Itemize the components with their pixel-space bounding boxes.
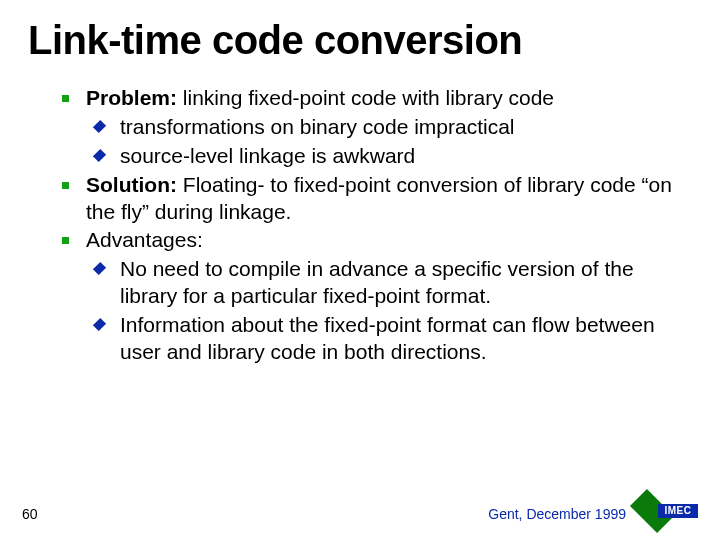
slide-body: Problem: linking fixed-point code with l… xyxy=(28,85,692,366)
subbullet-text: source-level linkage is awkward xyxy=(120,144,415,167)
slide-footer: 60 Gent, December 1999 IMEC xyxy=(0,498,720,522)
imec-logo: IMEC xyxy=(640,496,698,526)
diamond-bullet-icon xyxy=(93,262,106,275)
subbullet-info-flow: Information about the fixed-point format… xyxy=(28,312,692,366)
page-number: 60 xyxy=(22,506,38,522)
subbullet-transformations: transformations on binary code impractic… xyxy=(28,114,692,141)
square-bullet-icon xyxy=(62,95,69,102)
subbullet-no-compile: No need to compile in advance a specific… xyxy=(28,256,692,310)
subbullet-source-level: source-level linkage is awkward xyxy=(28,143,692,170)
subbullet-text: transformations on binary code impractic… xyxy=(120,115,515,138)
bullet-lead: Solution: xyxy=(86,173,177,196)
slide-title: Link-time code conversion xyxy=(28,18,692,63)
diamond-bullet-icon xyxy=(93,149,106,162)
diamond-bullet-icon xyxy=(93,120,106,133)
bullet-text: linking fixed-point code with library co… xyxy=(177,86,554,109)
venue-date: Gent, December 1999 xyxy=(488,506,626,522)
square-bullet-icon xyxy=(62,182,69,189)
bullet-problem: Problem: linking fixed-point code with l… xyxy=(28,85,692,112)
bullet-solution: Solution: Floating- to fixed-point conve… xyxy=(28,172,692,226)
square-bullet-icon xyxy=(62,237,69,244)
subbullet-text: Information about the fixed-point format… xyxy=(120,313,655,363)
bullet-text: Advantages: xyxy=(86,228,203,251)
diamond-bullet-icon xyxy=(93,318,106,331)
bullet-lead: Problem: xyxy=(86,86,177,109)
slide: Link-time code conversion Problem: linki… xyxy=(0,0,720,540)
subbullet-text: No need to compile in advance a specific… xyxy=(120,257,634,307)
logo-text: IMEC xyxy=(658,504,698,518)
bullet-advantages: Advantages: xyxy=(28,227,692,254)
